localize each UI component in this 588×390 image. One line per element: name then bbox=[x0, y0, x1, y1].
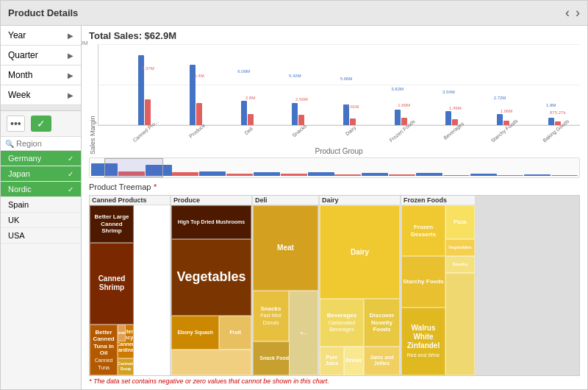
filter-arrow: ▶ bbox=[68, 52, 74, 60]
mini-scroll-chart[interactable] bbox=[89, 157, 580, 178]
filter-label: Month bbox=[8, 70, 32, 80]
treemap-cell[interactable]: Frozen Desserts bbox=[401, 205, 445, 256]
bar-group: 6.06M 2.8M bbox=[221, 101, 273, 125]
treemap-cell[interactable]: High Top Dried Mushrooms bbox=[171, 205, 251, 239]
mini-bar-group bbox=[416, 173, 470, 176]
bar-blue bbox=[395, 110, 401, 125]
bar-blue bbox=[497, 114, 503, 125]
treemap-cell[interactable]: Pizza bbox=[445, 205, 475, 239]
next-button[interactable]: › bbox=[576, 5, 580, 21]
treemap-section: Product Treemap * Canned ProductsBetter … bbox=[89, 181, 580, 385]
mini-scroll-handle[interactable] bbox=[104, 158, 163, 177]
bar-group: 1.9M 875.27k bbox=[528, 118, 580, 125]
region-item-usa[interactable]: USA bbox=[1, 228, 81, 244]
treemap-cell[interactable]: Vegetables bbox=[171, 239, 251, 316]
treemap-cell[interactable]: Canned Soup bbox=[118, 358, 134, 375]
treemap-cell[interactable]: Starchy Foods bbox=[401, 256, 445, 307]
region-check: ✓ bbox=[68, 170, 74, 178]
filter-actions: ••• ✓ bbox=[1, 111, 81, 137]
filter-arrow: ▶ bbox=[68, 91, 74, 99]
treemap-cell[interactable]: Better Large Canned Shrimp bbox=[90, 205, 134, 243]
mini-bar-group bbox=[199, 171, 253, 176]
bar-chart-container: Sales Margin 20M 0 17.34M 6.37M bbox=[89, 44, 580, 155]
region-label: USA bbox=[8, 231, 25, 240]
region-item-germany[interactable]: Germany✓ bbox=[1, 151, 81, 166]
bars-area: 20M 0 17.34M 6.37M 14.99M 5.4M bbox=[98, 44, 580, 126]
treemap-cell[interactable]: Canned Shrimp bbox=[90, 243, 134, 325]
treemap-cell[interactable]: Drinks bbox=[344, 347, 364, 375]
mini-bar-blue bbox=[524, 174, 551, 176]
region-check: ✓ bbox=[68, 185, 74, 194]
region-item-spain[interactable]: Spain bbox=[1, 197, 81, 213]
mini-bar-blue bbox=[470, 174, 497, 176]
treemap-cell[interactable] bbox=[171, 350, 251, 375]
mini-bar-group bbox=[524, 174, 578, 176]
bar-pink bbox=[298, 115, 304, 125]
treemap-category-header: Canned Products bbox=[90, 196, 170, 205]
more-options-button[interactable]: ••• bbox=[7, 116, 25, 132]
bar-pink bbox=[452, 119, 458, 125]
treemap-category-body: DairyBeveragesCarbonated BeveragesPure J… bbox=[320, 205, 400, 375]
region-item-nordic[interactable]: Nordic✓ bbox=[1, 182, 81, 197]
chart-section: Total Sales: $62.9M Sales Margin 20M 0 bbox=[89, 30, 580, 181]
right-panel: Total Sales: $62.9M Sales Margin 20M 0 bbox=[82, 26, 587, 389]
mini-bar-blue bbox=[416, 173, 442, 176]
mini-bar-group bbox=[362, 173, 415, 176]
prev-button[interactable]: ‹ bbox=[565, 5, 570, 21]
filter-arrow: ▶ bbox=[68, 32, 74, 40]
region-label: Nordic bbox=[8, 185, 32, 194]
mini-bar-pink bbox=[226, 174, 253, 176]
bar-pink bbox=[350, 118, 356, 125]
bar-group: 2.72M 1.06M bbox=[478, 114, 529, 125]
treemap-cell[interactable]: Vegetables bbox=[445, 239, 475, 256]
search-icon: 🔍 bbox=[5, 140, 14, 148]
filter-item-year[interactable]: Year▶ bbox=[1, 26, 81, 46]
page-title: Product Details bbox=[8, 7, 78, 18]
treemap-category-header: Dairy bbox=[320, 196, 400, 205]
region-item-japan[interactable]: Japan✓ bbox=[1, 166, 81, 182]
filter-item-week[interactable]: Week▶ bbox=[1, 85, 81, 105]
y-axis-label: Sales Margin bbox=[89, 44, 96, 155]
treemap-cell[interactable]: c... bbox=[289, 291, 318, 376]
bar-pink bbox=[555, 121, 561, 125]
treemap-cell[interactable]: Ebony Squash bbox=[171, 316, 219, 350]
mini-bar-pink bbox=[281, 174, 307, 176]
filter-item-quarter[interactable]: Quarter▶ bbox=[1, 46, 81, 65]
bar-group: 14.99M 5.4M bbox=[171, 65, 222, 125]
bar-pink bbox=[503, 121, 509, 125]
region-check: ✓ bbox=[68, 155, 74, 163]
mini-bar-pink bbox=[497, 175, 523, 176]
x-axis-title: Product Group bbox=[98, 147, 580, 155]
mini-bar-pink bbox=[334, 174, 361, 176]
mini-bar-group bbox=[470, 174, 524, 176]
treemap-cell[interactable]: Dairy bbox=[320, 205, 400, 299]
treemap-cell[interactable]: Pure Juice bbox=[320, 347, 344, 375]
mini-bar-blue bbox=[199, 171, 226, 176]
treemap-cell[interactable]: Snacks bbox=[445, 256, 475, 273]
search-input[interactable] bbox=[16, 139, 75, 148]
mini-bar-blue bbox=[308, 172, 334, 176]
bar-blue bbox=[292, 103, 298, 125]
search-box: 🔍 bbox=[1, 137, 81, 151]
bar-pink bbox=[248, 114, 254, 125]
region-list: Germany✓Japan✓Nordic✓SpainUKUSA bbox=[1, 151, 81, 389]
treemap-cell[interactable]: Jams and Jellies bbox=[364, 347, 400, 375]
treemap-cell[interactable]: SnacksFast Mini Donuts bbox=[253, 291, 289, 341]
filter-item-month[interactable]: Month▶ bbox=[1, 65, 81, 85]
apply-button[interactable]: ✓ bbox=[31, 116, 51, 132]
x-axis: Canned Pro...ProduceDeliSnacksDairyFroze… bbox=[98, 126, 580, 134]
region-label: Germany bbox=[8, 154, 41, 163]
treemap-cell[interactable]: Walrus White ZinfandelRed and Wine bbox=[401, 308, 445, 375]
treemap-cell[interactable]: Fruit bbox=[219, 316, 251, 350]
treemap-category-body: MeatSnacksFast Mini DonutsSnack Foodsc..… bbox=[253, 205, 318, 375]
treemap-cell[interactable]: Discover Novelty Foods bbox=[364, 299, 400, 347]
y-gridline-top: 20M bbox=[98, 44, 580, 45]
treemap-cell[interactable]: Vegetables bbox=[118, 325, 126, 341]
treemap-category-header: Produce bbox=[171, 196, 251, 205]
treemap-cell[interactable] bbox=[445, 273, 475, 375]
region-item-uk[interactable]: UK bbox=[1, 213, 81, 228]
treemap-cell[interactable]: Meat bbox=[253, 205, 318, 291]
filter-label: Quarter bbox=[8, 50, 38, 60]
treemap-cell[interactable]: BeveragesCarbonated Beverages bbox=[320, 299, 364, 347]
treemap-cell[interactable]: Better Canned Tuna in OilCanned Tuna bbox=[90, 325, 118, 375]
